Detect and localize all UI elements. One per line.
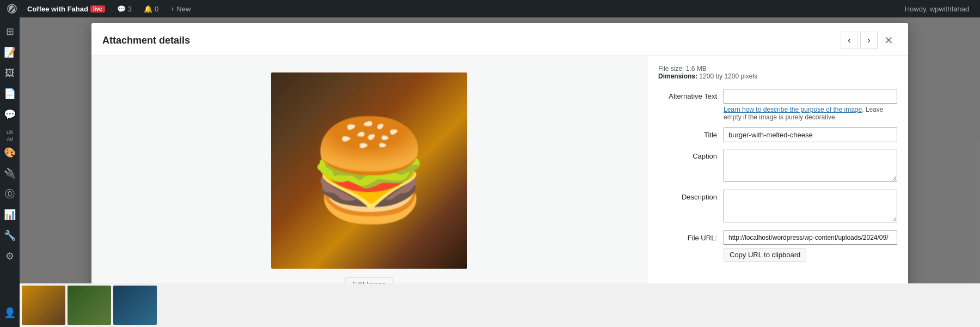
sidebar-item-plugins[interactable]: 🔌 [0,164,20,183]
file-url-input[interactable] [724,231,897,245]
admin-bar-notifications[interactable]: 🔔 0 [139,0,163,17]
sidebar-item-analytics[interactable]: 📊 [0,205,20,225]
title-input[interactable] [724,128,897,142]
modal-overlay: Attachment details ‹ › ✕ Edit Image [20,17,980,327]
alt-text-help: Learn how to describe the purpose of the… [724,106,897,121]
sidebar-item-comments[interactable]: 💬 [0,105,20,124]
copy-url-button[interactable]: Copy URL to clipboard [724,248,806,262]
admin-bar-new[interactable]: + New [166,0,195,17]
sidebar-item-tools[interactable]: 🔧 [0,226,20,245]
description-row: Description [658,190,897,224]
modal-next-button[interactable]: › [860,32,878,49]
alt-text-control: Learn how to describe the purpose of the… [724,89,897,121]
modal-title: Attachment details [102,35,190,46]
modal-header: Attachment details ‹ › ✕ [91,23,908,56]
dimensions-label: Dimensions: [658,72,697,80]
live-badge: live [90,5,105,13]
caption-label: Caption [658,149,724,160]
thumbnail-3[interactable] [113,286,157,325]
modal-close-button[interactable]: ✕ [880,32,897,49]
description-control [724,190,897,224]
wp-logo-icon[interactable] [4,1,20,16]
modal-details-panel: File size: 1.6 MB Dimensions: 1200 by 12… [647,56,908,307]
file-url-control: Copy URL to clipboard [724,231,897,262]
alt-text-label: Alternative Text [658,89,724,100]
thumbnail-2[interactable] [68,286,111,325]
sidebar-item-dashboard[interactable]: ⊞ [0,22,20,41]
admin-bar-comments[interactable]: 💬 3 [113,0,136,17]
admin-bar-howdy: Howdy, wpwithfahad [898,5,976,13]
alt-text-input[interactable] [724,89,897,104]
alt-text-help-link[interactable]: Learn how to describe the purpose of the… [724,106,862,113]
modal-dialog: Attachment details ‹ › ✕ Edit Image [91,23,908,327]
comment-icon: 💬 [117,5,126,13]
modal-preview-panel: Edit Image [91,56,647,307]
sidebar-library-label: Lib [0,130,20,135]
description-input[interactable] [724,190,897,222]
dimensions-text: Dimensions: 1200 by 1200 pixels [658,72,897,80]
attachment-image [271,72,467,269]
caption-control [724,149,897,183]
title-label: Title [658,128,724,139]
sidebar-add-label: Ad [0,136,20,142]
thumbnails-bar [20,283,980,327]
description-label: Description [658,190,724,201]
modal-nav: ‹ › ✕ [841,32,897,49]
title-control [724,128,897,142]
dimensions-value: 1200 by 1200 pixels [699,72,757,80]
caption-row: Caption [658,149,897,183]
file-meta: File size: 1.6 MB Dimensions: 1200 by 12… [658,65,897,80]
sidebar-item-posts[interactable]: 📝 [0,43,20,62]
main-area: Attachment details ‹ › ✕ Edit Image [20,17,980,327]
wp-sidebar: ⊞ 📝 🖼 📄 💬 Lib Ad 🎨 🔌 ⓪ 📊 🔧 ⚙ 👤 [0,17,20,327]
title-row: Title [658,128,897,142]
sidebar-item-wp[interactable]: ⓪ [0,184,20,204]
sidebar-item-media[interactable]: 🖼 [0,63,20,83]
admin-bar-site-name[interactable]: Coffee with Fahad live [23,0,109,17]
notification-icon: 🔔 [144,5,152,13]
modal-body: Edit Image File size: 1.6 MB Dimensions:… [91,56,908,307]
alt-text-row: Alternative Text Learn how to describe t… [658,89,897,121]
caption-input[interactable] [724,149,897,181]
sidebar-item-appearance[interactable]: 🎨 [0,143,20,162]
sidebar-item-pages[interactable]: 📄 [0,84,20,104]
modal-prev-button[interactable]: ‹ [841,32,858,49]
thumbnail-1[interactable] [22,286,65,325]
file-size-text: File size: 1.6 MB [658,65,897,72]
file-url-row: File URL: Copy URL to clipboard [658,231,897,262]
file-url-label: File URL: [658,231,724,242]
sidebar-item-settings[interactable]: ⚙ [0,246,20,266]
sidebar-item-users[interactable]: 👤 [0,303,20,323]
admin-bar: Coffee with Fahad live 💬 3 🔔 0 + New How… [0,0,980,17]
